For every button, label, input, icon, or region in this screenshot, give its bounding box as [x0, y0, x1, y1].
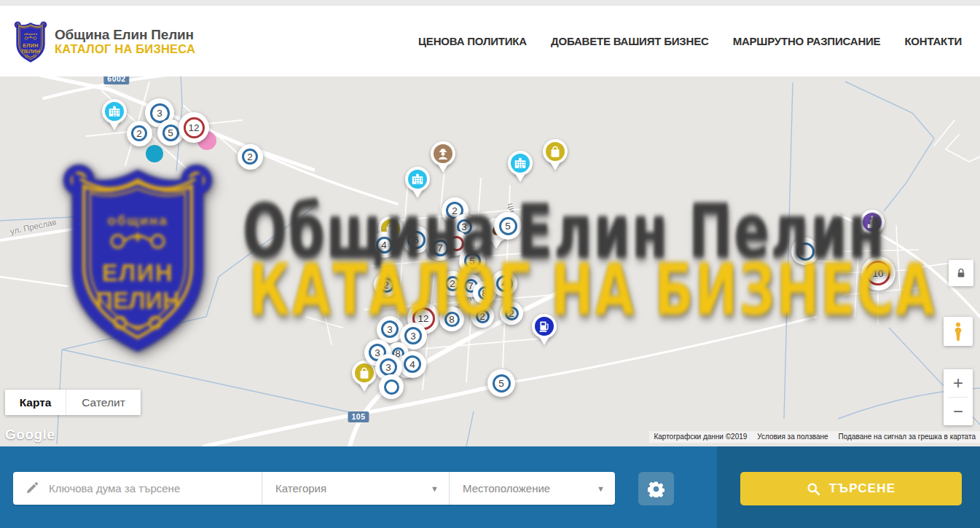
- cluster-count: 10: [866, 261, 890, 285]
- map-cluster-marker[interactable]: 2: [500, 302, 523, 325]
- keyword-search-input[interactable]: [47, 481, 262, 495]
- map-cluster-marker[interactable]: 2: [374, 272, 399, 297]
- fuel-pump-icon: [532, 314, 557, 339]
- nav-item-pricing-policy[interactable]: ЦЕНОВА ПОЛИТИКА: [418, 35, 527, 47]
- building-icon: [102, 99, 127, 124]
- advanced-settings-button[interactable]: [638, 472, 674, 505]
- map-copyright: Картографски данни ©2019: [654, 433, 747, 441]
- search-button-label: ТЪРСЕНЕ: [829, 481, 896, 496]
- report-error-link[interactable]: Подаване на сигнал за грешка в картата: [839, 433, 976, 441]
- cluster-count: [384, 379, 399, 395]
- header: община ЕЛИН ПЕЛИН Община Елин Пелин КАТА…: [0, 6, 980, 76]
- map-cluster-marker[interactable]: 12: [179, 112, 209, 143]
- nav-item-add-business[interactable]: ДОБАВЕТЕ ВАШИЯТ БИЗНЕС: [551, 35, 709, 47]
- map-cluster-marker[interactable]: 6: [402, 226, 430, 253]
- zoom-in-button[interactable]: +: [944, 369, 973, 397]
- crest-text-line1: ЕЛИН: [23, 42, 39, 48]
- chevron-down-icon: ▼: [597, 484, 605, 493]
- map-pin-building[interactable]: [505, 151, 536, 182]
- cluster-count: [796, 243, 815, 261]
- crest-text-line2: ПЕЛИН: [21, 48, 39, 54]
- map-cluster-marker[interactable]: 5: [487, 369, 515, 397]
- worker-icon: [431, 141, 455, 166]
- map-cluster-marker[interactable]: 2: [471, 304, 494, 328]
- keyword-section: [13, 472, 262, 505]
- top-strip: [0, 0, 980, 6]
- location-select[interactable]: Местоположение ▼: [449, 472, 615, 505]
- pin-tail: [109, 121, 120, 130]
- pegman-icon: [952, 322, 965, 342]
- map-canvas[interactable]: 6002105ул. Преславбул. „Новоселци 325122…: [0, 76, 980, 446]
- map-cluster-marker[interactable]: 7: [427, 235, 453, 261]
- cluster-count: 5: [493, 374, 511, 393]
- church-icon: [860, 210, 885, 235]
- map-type-control: Карта Сателит: [5, 390, 141, 415]
- lock-icon: [955, 267, 967, 279]
- map-cluster-marker[interactable]: 5: [494, 212, 522, 240]
- hidden-marker-dot: [146, 145, 163, 162]
- cluster-count: 3: [381, 320, 399, 338]
- category-select-value: Категория: [275, 482, 431, 494]
- google-logo: Google: [5, 427, 55, 443]
- pin-tail: [866, 232, 878, 241]
- fullscreen-lock-button[interactable]: [949, 260, 973, 286]
- building-icon: [508, 151, 533, 176]
- map-pin-fuel-pump[interactable]: [529, 314, 560, 345]
- search-button[interactable]: ТЪРСЕНЕ: [740, 472, 962, 505]
- cluster-count: 2: [242, 149, 258, 165]
- map-cluster-marker[interactable]: 3: [377, 316, 404, 343]
- map-cluster-marker[interactable]: 2: [127, 121, 152, 146]
- cluster-count: 12: [184, 117, 205, 138]
- pin-tail: [437, 163, 449, 173]
- map-pin-building[interactable]: [99, 99, 130, 130]
- pin-tail: [490, 240, 502, 249]
- map-cluster-marker[interactable]: [379, 374, 404, 399]
- cluster-count: 8: [478, 286, 492, 300]
- pin-tail: [514, 173, 526, 182]
- map-cluster-marker[interactable]: [791, 237, 819, 265]
- nav-item-contacts[interactable]: КОНТАКТИ: [904, 35, 962, 47]
- brand-title: Община Елин Пелин: [55, 27, 195, 42]
- cluster-count: 8: [444, 312, 460, 327]
- chevron-down-icon: ▼: [431, 484, 439, 493]
- cluster-count: 4: [376, 237, 393, 253]
- main-nav: ЦЕНОВА ПОЛИТИКА ДОБАВЕТЕ ВАШИЯТ БИЗНЕС М…: [418, 35, 962, 47]
- cluster-count: 7: [432, 240, 449, 256]
- pin-tail: [538, 336, 550, 345]
- search-icon: [807, 482, 820, 496]
- terms-link[interactable]: Условия за ползване: [757, 433, 828, 441]
- cluster-count: 2: [476, 310, 490, 323]
- cluster-count: 6: [407, 231, 426, 249]
- road-number-badge: 105: [348, 411, 369, 422]
- map-pin-building[interactable]: [402, 167, 433, 198]
- category-select[interactable]: Категория ▼: [262, 472, 449, 505]
- nav-item-route-schedule[interactable]: МАРШРУТНО РАЗПИСАНИЕ: [733, 35, 881, 47]
- brand-subtitle: КАТАЛОГ НА БИЗНЕСА: [55, 42, 195, 55]
- map-cluster-marker[interactable]: 2: [238, 144, 263, 170]
- crest-text-top: община: [24, 31, 38, 35]
- pin-tail: [358, 382, 370, 392]
- zoom-out-button[interactable]: −: [944, 398, 973, 425]
- map-cluster-marker[interactable]: 4: [399, 351, 426, 378]
- map-cluster-marker[interactable]: 10: [861, 256, 895, 291]
- map-pin-shopping-bag[interactable]: [540, 139, 571, 170]
- zoom-control: + −: [944, 369, 973, 425]
- search-bar: Категория ▼ Местоположение ▼ ТЪРСЕНЕ: [0, 446, 980, 528]
- map-type-satellite-button[interactable]: Сателит: [66, 390, 141, 415]
- pencil-icon: [25, 481, 39, 495]
- map-cluster-marker[interactable]: 5: [459, 248, 485, 274]
- pin-tail: [412, 189, 423, 198]
- map-cluster-marker[interactable]: 4: [491, 270, 517, 296]
- map-cluster-marker[interactable]: 4: [371, 232, 397, 258]
- road-number-badge: 6002: [103, 76, 129, 84]
- map-cluster-marker[interactable]: 8: [439, 307, 464, 331]
- page: община ЕЛИН ПЕЛИН Община Елин Пелин КАТА…: [0, 0, 980, 528]
- cluster-count: 4: [404, 355, 421, 373]
- brand-logo[interactable]: община ЕЛИН ПЕЛИН Община Елин Пелин КАТА…: [13, 19, 195, 64]
- cluster-count: 2: [505, 307, 519, 320]
- search-form: Категория ▼ Местоположение ▼: [13, 472, 615, 505]
- map-pin-church[interactable]: [857, 210, 887, 241]
- cluster-count: 3: [404, 327, 422, 344]
- map-type-map-button[interactable]: Карта: [5, 390, 66, 415]
- street-view-pegman-button[interactable]: [944, 317, 973, 346]
